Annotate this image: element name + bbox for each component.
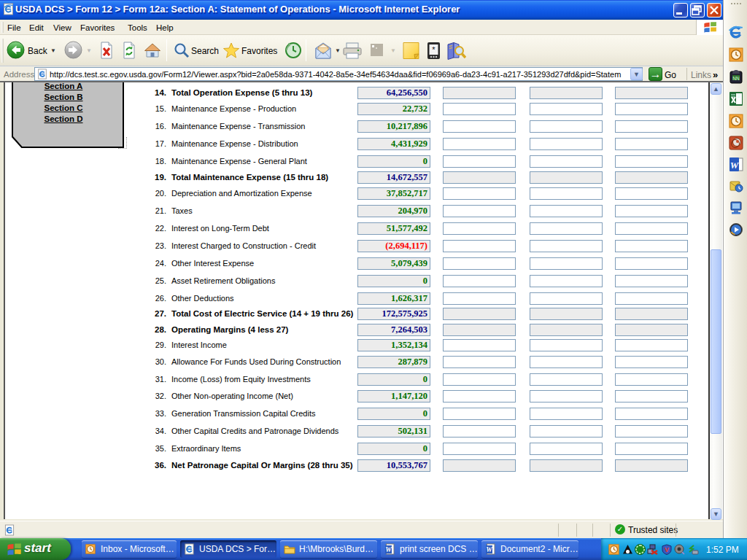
svg-text:W: W bbox=[486, 546, 492, 553]
svg-text:W: W bbox=[385, 546, 392, 553]
svg-text:W: W bbox=[730, 160, 740, 171]
svg-text:NN: NN bbox=[732, 76, 740, 81]
svg-text:*: * bbox=[432, 45, 436, 54]
svg-text:V: V bbox=[665, 546, 669, 553]
